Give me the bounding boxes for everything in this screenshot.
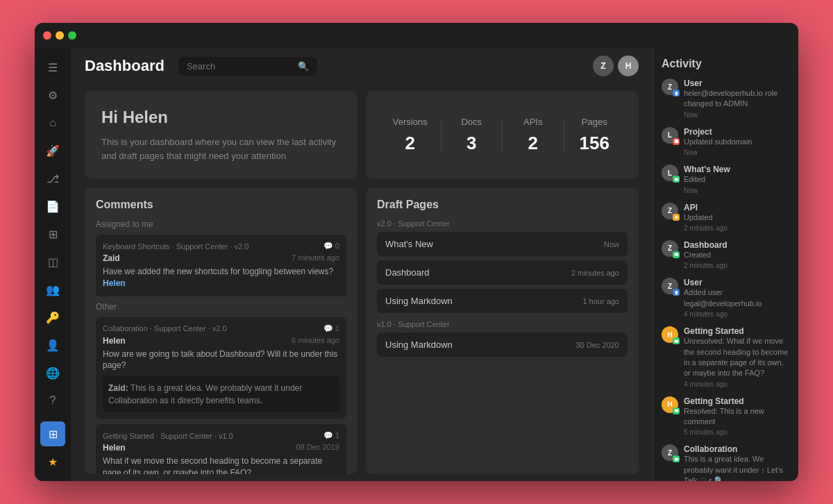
activity-name-5: Dashboard bbox=[684, 240, 790, 250]
activity-body-7: Getting Started Unresolved: What if we m… bbox=[684, 326, 790, 388]
star-icon[interactable]: ★ bbox=[40, 449, 65, 474]
draft-title: Draft Pages bbox=[377, 199, 628, 211]
activity-body-3: What's New Edited Now bbox=[684, 165, 790, 194]
svg-rect-7 bbox=[675, 294, 678, 294]
draft-time-1: Now bbox=[604, 240, 619, 249]
main-content: Dashboard 🔍 Z H Hi Helen This is your da… bbox=[71, 48, 653, 481]
stat-apis: APIs 2 bbox=[503, 117, 564, 154]
avatar-z[interactable]: Z bbox=[593, 56, 614, 76]
user-icon[interactable]: 👤 bbox=[40, 333, 65, 358]
layers-icon[interactable]: ◫ bbox=[40, 249, 65, 274]
svg-rect-8 bbox=[674, 339, 678, 342]
comment-count-1: 💬 0 bbox=[323, 242, 339, 251]
draft-item-whats-new[interactable]: What's New Now bbox=[377, 232, 628, 256]
activity-avatar-3: L bbox=[662, 165, 678, 181]
stat-versions-label: Versions bbox=[387, 117, 434, 127]
comment-count-2: 💬 1 bbox=[323, 324, 339, 333]
comments-card: Comments Assigned to me Keyboard Shortcu… bbox=[85, 187, 357, 474]
stat-docs-value: 3 bbox=[448, 133, 496, 154]
activity-time-6: 4 minutes ago bbox=[684, 310, 790, 318]
activity-time-3: Now bbox=[684, 187, 790, 194]
comment-author-3: Helen bbox=[103, 443, 126, 453]
activity-avatar-4: Z bbox=[662, 203, 678, 219]
draft-section-v2: v2.0 · Support Center bbox=[377, 219, 628, 228]
reply-block-2: Zaid: This is a great idea. We probably … bbox=[103, 376, 339, 412]
globe-icon[interactable]: 🌐 bbox=[40, 360, 65, 385]
activity-avatar-8: H bbox=[662, 396, 678, 413]
activity-item-4: Z API Updated 2 minutes ago bbox=[662, 203, 790, 232]
draft-time-3: 1 hour ago bbox=[582, 297, 619, 305]
menu-icon[interactable]: ☰ bbox=[40, 55, 65, 80]
activity-body-9: Collaboration This is a great idea. We p… bbox=[684, 444, 790, 481]
stat-pages-label: Pages bbox=[571, 117, 619, 127]
titlebar bbox=[35, 23, 798, 48]
comment-text-3: What if we move the second heading to be… bbox=[103, 455, 339, 474]
comment-time-3: 08 Dec 2019 bbox=[296, 443, 339, 453]
activity-desc-5: Created bbox=[684, 250, 790, 260]
comment-path-3: Getting Started · Support Center · v1.0 bbox=[103, 432, 233, 440]
traffic-lights bbox=[43, 31, 76, 40]
search-input[interactable] bbox=[187, 61, 292, 72]
dashboard-icon[interactable]: ⊞ bbox=[40, 421, 65, 446]
minimize-button[interactable] bbox=[56, 31, 64, 40]
docs-icon[interactable]: 📄 bbox=[40, 194, 65, 219]
activity-name-2: Project bbox=[684, 127, 790, 137]
search-box[interactable]: 🔍 bbox=[178, 57, 317, 76]
comment-path-2: Collaboration · Support Center · v2.0 bbox=[103, 324, 227, 333]
draft-item-dashboard[interactable]: Dashboard 2 minutes ago bbox=[377, 260, 628, 285]
activity-item-7: H Getting Started Unresolved: What if we… bbox=[662, 326, 790, 388]
activity-avatar-1: Z bbox=[662, 78, 678, 95]
activity-badge-3 bbox=[673, 176, 680, 183]
page-title: Dashboard bbox=[85, 57, 165, 75]
comment-block-1: Keyboard Shortcuts · Support Center · v2… bbox=[96, 235, 346, 296]
home-icon[interactable]: ⌂ bbox=[40, 110, 65, 135]
maximize-button[interactable] bbox=[68, 31, 76, 40]
welcome-card: Hi Helen This is your dashboard where yo… bbox=[85, 91, 357, 179]
stats-card: Versions 2 Docs 3 APIs 2 Page bbox=[366, 91, 639, 179]
settings-icon[interactable]: ⚙ bbox=[40, 83, 65, 108]
comment-time-2: 6 minutes ago bbox=[292, 336, 339, 346]
activity-badge-9 bbox=[673, 455, 680, 462]
activity-badge-7 bbox=[673, 337, 680, 344]
comment-meta-1: Zaid 7 minutes ago bbox=[103, 253, 339, 263]
help-icon[interactable]: ? bbox=[40, 388, 65, 413]
activity-badge-5 bbox=[673, 251, 680, 258]
stat-apis-label: APIs bbox=[510, 117, 557, 127]
activity-body-1: User heler@developerhub.io role changed … bbox=[684, 78, 790, 119]
activity-item-8: H Getting Started Resolved: This is a ne… bbox=[662, 396, 790, 437]
draft-section-v1: v1.0 · Support Center bbox=[377, 320, 628, 328]
avatar-h[interactable]: H bbox=[618, 56, 639, 76]
draft-item-markdown-v1[interactable]: Using Markdown 30 Dec 2020 bbox=[377, 333, 628, 357]
svg-rect-5 bbox=[674, 253, 678, 256]
activity-avatar-7: H bbox=[662, 326, 678, 343]
search-icon: 🔍 bbox=[298, 61, 309, 72]
close-button[interactable] bbox=[43, 31, 51, 40]
activity-item-5: Z Dashboard Created 2 minutes ago bbox=[662, 240, 790, 269]
rocket-icon[interactable]: 🚀 bbox=[40, 138, 65, 163]
draft-card: Draft Pages v2.0 · Support Center What's… bbox=[366, 187, 639, 474]
git-icon[interactable]: ⎇ bbox=[40, 166, 65, 191]
activity-time-1: Now bbox=[684, 111, 790, 119]
svg-rect-3 bbox=[674, 178, 678, 180]
stat-versions: Versions 2 bbox=[380, 117, 441, 154]
key-icon[interactable]: 🔑 bbox=[40, 305, 65, 330]
activity-title: Activity bbox=[662, 58, 790, 70]
activity-desc-7: Unresolved: What if we move the second h… bbox=[684, 336, 790, 379]
comment-text-1: Have we added the new shortcuts for togg… bbox=[103, 266, 339, 289]
draft-name-2: Dashboard bbox=[385, 267, 430, 278]
draft-time-4: 30 Dec 2020 bbox=[576, 341, 619, 349]
comment-header-3: Getting Started · Support Center · v1.0 … bbox=[103, 431, 339, 440]
svg-rect-9 bbox=[674, 410, 678, 412]
layout-icon[interactable]: ⊞ bbox=[40, 221, 65, 246]
stat-pages: Pages 156 bbox=[564, 117, 625, 154]
welcome-title: Hi Helen bbox=[101, 108, 341, 127]
svg-point-0 bbox=[675, 91, 678, 94]
draft-name-3: Using Markdown bbox=[385, 296, 453, 306]
activity-avatar-5: Z bbox=[662, 240, 678, 257]
users-icon[interactable]: 👥 bbox=[40, 277, 65, 302]
activity-desc-8: Resolved: This is a new comment bbox=[684, 406, 790, 428]
draft-item-markdown-v2[interactable]: Using Markdown 1 hour ago bbox=[377, 289, 628, 313]
activity-time-2: Now bbox=[684, 149, 790, 156]
activity-badge-8 bbox=[673, 408, 680, 414]
activity-desc-4: Updated bbox=[684, 212, 790, 223]
